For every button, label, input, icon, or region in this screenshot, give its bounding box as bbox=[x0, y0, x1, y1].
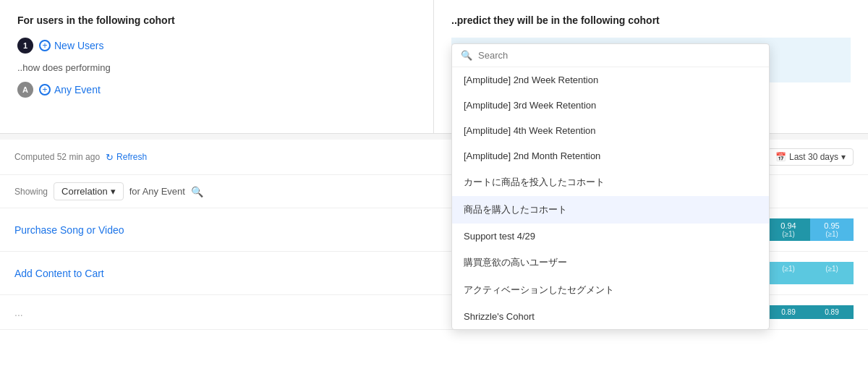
cell-value: 0.89 bbox=[768, 308, 809, 316]
dropdown-item[interactable]: [Amplitude] 2nd Week Retention bbox=[452, 67, 769, 93]
last-days-label: Last 30 days bbox=[789, 152, 838, 162]
correlation-label: Correlation bbox=[61, 186, 108, 197]
cohort-search-input[interactable] bbox=[478, 50, 760, 61]
cell-sub: (≥1) bbox=[812, 230, 852, 238]
any-event-link[interactable]: + Any Event bbox=[39, 84, 101, 95]
calendar-icon: 📅 bbox=[775, 152, 786, 162]
cell-2: 0.95 (≥1) bbox=[810, 218, 854, 241]
row-cells: 0.94 (≥1) 0.95 (≥1) bbox=[767, 218, 854, 241]
cohort-row-1: 1 + New Users bbox=[17, 38, 416, 54]
dropdown-item[interactable]: Support test 4/29 bbox=[452, 224, 769, 249]
right-panel-title: ..predict they will be in the following … bbox=[451, 14, 851, 26]
dropdown-item[interactable]: [Amplitude] 3rd Week Retention bbox=[452, 93, 769, 118]
cell-a8: (≥1) bbox=[810, 262, 854, 284]
cohort-dropdown: 🔍 [Amplitude] 2nd Week Retention[Amplitu… bbox=[451, 43, 770, 330]
new-users-label: New Users bbox=[54, 40, 103, 51]
cell-a7: (≥1) bbox=[767, 262, 810, 284]
dropdown-item[interactable]: 商品を購入したコホート bbox=[452, 196, 769, 224]
left-panel-title: For users in the following cohort bbox=[17, 14, 416, 26]
cell-value: 0.89 bbox=[812, 308, 852, 316]
refresh-label: Refresh bbox=[116, 152, 147, 162]
right-cohort-panel: ..predict they will be in the following … bbox=[434, 0, 868, 133]
step-badge-1: 1 bbox=[17, 38, 33, 54]
dropdown-item[interactable]: 購買意欲の高いユーザー bbox=[452, 249, 769, 276]
cell-sub: (≥1) bbox=[812, 265, 852, 273]
cell-1: 0.94 (≥1) bbox=[767, 218, 810, 241]
correlation-dropdown-button[interactable]: Correlation ▾ bbox=[54, 182, 124, 200]
row-link[interactable]: Add Content to Cart bbox=[14, 268, 498, 279]
plus-icon-a: + bbox=[39, 84, 51, 95]
cell-value: 0.94 bbox=[768, 221, 809, 230]
cohort-row-a: A + Any Event bbox=[17, 82, 416, 98]
how-does-text: ..how does performing bbox=[17, 62, 416, 73]
chevron-down-icon: ▾ bbox=[841, 152, 846, 162]
computed-time-text: Computed 52 min ago bbox=[14, 152, 100, 162]
left-cohort-panel: For users in the following cohort 1 + Ne… bbox=[0, 0, 434, 133]
for-any-event-text: for Any Event bbox=[129, 186, 185, 197]
dropdown-item[interactable]: Shrizzle's Cohort bbox=[452, 304, 769, 329]
dropdown-list: [Amplitude] 2nd Week Retention[Amplitude… bbox=[452, 67, 769, 329]
cell-b7: 0.89 bbox=[810, 305, 854, 319]
cell-sub: (≥1) bbox=[768, 265, 809, 273]
plus-icon: + bbox=[39, 40, 51, 51]
dropdown-item[interactable]: [Amplitude] 4th Week Retention bbox=[452, 118, 769, 143]
search-icon: 🔍 bbox=[461, 50, 472, 61]
step-badge-a: A bbox=[17, 82, 33, 98]
dropdown-item[interactable]: [Amplitude] 2nd Month Retention bbox=[452, 143, 769, 169]
any-event-label: Any Event bbox=[54, 84, 101, 95]
cell-value: 0.95 bbox=[812, 221, 852, 230]
refresh-icon: ↻ bbox=[106, 152, 114, 163]
dropdown-item[interactable]: カートに商品を投入したコホート bbox=[452, 169, 769, 196]
refresh-button[interactable]: ↻ Refresh bbox=[106, 152, 147, 163]
cell-b6: 0.89 bbox=[767, 305, 810, 319]
dropdown-item[interactable]: アクティベーションしたセグメント bbox=[452, 276, 769, 304]
last-days-button[interactable]: 📅 Last 30 days ▾ bbox=[767, 148, 854, 166]
new-users-link[interactable]: + New Users bbox=[39, 40, 103, 51]
search-box: 🔍 bbox=[452, 44, 769, 67]
cell-sub: (≥1) bbox=[768, 230, 809, 238]
search-icon-bar[interactable]: 🔍 bbox=[191, 186, 203, 197]
chevron-down-icon-corr: ▾ bbox=[111, 186, 116, 197]
showing-label: Showing bbox=[14, 187, 48, 197]
